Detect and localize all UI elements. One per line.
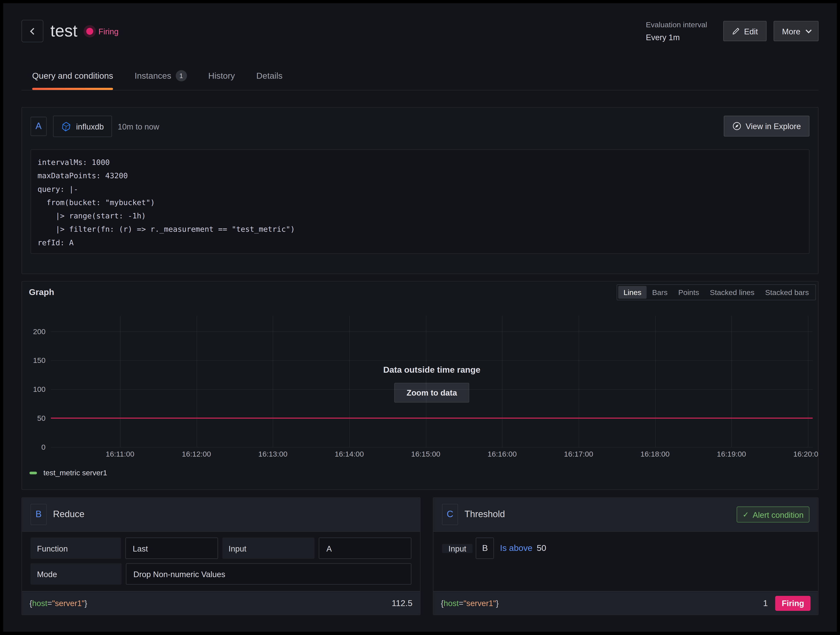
gridline-vertical <box>578 316 579 447</box>
series-value: "server1" <box>464 599 496 608</box>
gridline-vertical <box>349 316 350 447</box>
graph-mode-points[interactable]: Points <box>673 286 704 299</box>
threshold-result-count: 1 <box>763 598 768 608</box>
alert-condition-badge: ✓ Alert condition <box>737 507 809 523</box>
gridline-horizontal <box>51 389 813 390</box>
threshold-input-label: Input <box>442 544 473 553</box>
x-tick-label: 16:12:00 <box>170 450 223 458</box>
function-field-label: Function <box>31 537 121 559</box>
chevron-down-icon <box>805 27 812 33</box>
y-tick-label: 50 <box>22 414 46 422</box>
firing-badge: Firing <box>775 596 811 611</box>
zoom-to-data-button[interactable]: Zoom to data <box>394 383 469 403</box>
reduce-panel-title: Reduce <box>53 509 85 520</box>
evaluation-interval-label: Evaluation interval <box>646 20 707 29</box>
tab-label: Details <box>256 71 283 80</box>
x-tick-label: 16:17:00 <box>552 450 605 458</box>
function-select[interactable]: Last <box>125 537 218 559</box>
tab-query-and-conditions[interactable]: Query and conditions <box>32 70 113 90</box>
threshold-result-series: {host="server1"} <box>441 599 499 608</box>
graph-mode-bars[interactable]: Bars <box>647 286 673 299</box>
tab-label: Instances <box>134 71 171 80</box>
edit-button[interactable]: Edit <box>723 21 766 41</box>
legend-series-swatch <box>29 471 37 474</box>
gridline-vertical <box>731 316 732 447</box>
graph-mode-lines[interactable]: Lines <box>618 286 647 299</box>
query-ref-badge: A <box>31 117 47 136</box>
gridline-vertical <box>808 316 808 447</box>
firing-state-label: Firing <box>98 27 118 36</box>
code-line: from(bucket: "mybucket") <box>38 196 802 209</box>
gridline-vertical <box>273 316 273 447</box>
chevron-left-icon <box>30 28 37 35</box>
series-brace-close: } <box>85 599 87 608</box>
tab-details[interactable]: Details <box>256 70 283 90</box>
threshold-operand[interactable]: 50 <box>537 544 546 553</box>
code-line: query: |- <box>38 183 802 196</box>
graph-display-mode-toggle: LinesBarsPointsStacked linesStacked bars <box>616 284 816 300</box>
tab-history[interactable]: History <box>208 70 235 90</box>
series-key: host <box>444 599 459 608</box>
back-button[interactable] <box>22 20 43 42</box>
more-button-label: More <box>782 27 801 36</box>
series-eq: = <box>47 599 52 608</box>
threshold-panel-title: Threshold <box>464 509 505 520</box>
threshold-operator[interactable]: Is above <box>500 544 532 553</box>
data-outside-range-message: Data outside time range <box>51 365 813 375</box>
view-in-explore-button[interactable]: View in Explore <box>724 115 810 136</box>
code-line: maxDataPoints: 43200 <box>38 169 802 183</box>
x-tick-label: 16:11:00 <box>93 450 147 458</box>
firing-state-dot-icon <box>86 27 93 35</box>
series-eq: = <box>459 599 464 608</box>
threshold-result-right: 1 Firing <box>763 596 811 611</box>
tab-label: History <box>208 71 235 80</box>
code-line: |> range(start: -1h) <box>38 209 802 222</box>
series-brace-open: { <box>441 599 444 608</box>
series-brace-open: { <box>29 599 32 608</box>
graph-panel: Graph LinesBarsPointsStacked linesStacke… <box>22 281 818 490</box>
chart-plot-area[interactable]: Data outside time range Zoom to data <box>51 316 813 447</box>
mode-select[interactable]: Drop Non-numeric Values <box>126 563 412 585</box>
x-tick-label: 16:19:00 <box>704 450 758 458</box>
threshold-panel: C Threshold ✓ Alert condition Input B Is… <box>433 497 818 615</box>
view-in-explore-label: View in Explore <box>745 121 801 131</box>
code-line: refId: A <box>38 236 802 249</box>
gridline-vertical <box>120 316 121 447</box>
tab-bar: Query and conditionsInstances1HistoryDet… <box>22 70 818 91</box>
gridline-horizontal <box>51 360 813 361</box>
query-panel: A influxdb 10m to now View in Explore <box>22 107 818 274</box>
gridline-horizontal <box>51 331 813 332</box>
query-code-block[interactable]: intervalMs: 1000maxDataPoints: 43200quer… <box>31 149 810 254</box>
graph-mode-stacked-bars[interactable]: Stacked bars <box>760 286 815 299</box>
x-tick-label: 16:16:00 <box>475 450 529 458</box>
series-value: "server1" <box>52 599 85 608</box>
reduce-panel: B Reduce Function Last Input A Mode Drop… <box>22 497 421 615</box>
check-icon: ✓ <box>743 510 749 519</box>
x-tick-label: 16:20:00 <box>781 450 818 458</box>
tab-instances[interactable]: Instances1 <box>134 70 187 90</box>
reduce-row-mode: Mode Drop Non-numeric Values <box>31 563 412 585</box>
datasource-button[interactable]: influxdb <box>53 115 112 137</box>
gridline-vertical <box>426 316 426 447</box>
alert-condition-label: Alert condition <box>753 510 804 519</box>
threshold-input-ref[interactable]: B <box>476 537 494 559</box>
threshold-ref-badge: C <box>442 504 458 525</box>
series-key: host <box>32 599 47 608</box>
reduce-panel-body: Function Last Input A Mode Drop Non-nume… <box>22 531 420 591</box>
threshold-panel-body: Input B Is above 50 <box>433 531 818 591</box>
y-tick-label: 0 <box>22 443 46 451</box>
reduce-ref-badge: B <box>31 504 47 525</box>
graph-mode-stacked-lines[interactable]: Stacked lines <box>704 286 760 299</box>
page-header: test Firing Evaluation interval Every 1m… <box>22 16 818 46</box>
header-right: Evaluation interval Every 1m Edit More <box>646 20 818 42</box>
evaluation-interval-value: Every 1m <box>646 33 707 42</box>
more-button[interactable]: More <box>774 21 818 41</box>
reduce-result-value: 112.5 <box>392 598 412 608</box>
chart-legend[interactable]: test_metric server1 <box>29 468 107 477</box>
gridline-vertical <box>655 316 655 447</box>
mode-field-label: Mode <box>31 563 122 585</box>
threshold-panel-header: C Threshold ✓ Alert condition <box>433 498 818 531</box>
legend-series-label: test_metric server1 <box>43 468 107 477</box>
edit-button-label: Edit <box>744 27 758 36</box>
input-select[interactable]: A <box>319 537 412 559</box>
